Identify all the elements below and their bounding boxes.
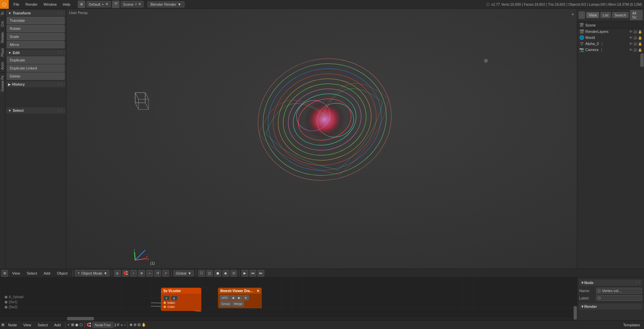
- menu-view-node[interactable]: Node: [5, 322, 19, 328]
- eye-icon-world[interactable]: 👁: [629, 36, 633, 40]
- tab-relations[interactable]: Relatio: [0, 29, 5, 45]
- viewer-btn-b[interactable]: ▶: [236, 295, 242, 300]
- viewport-3d[interactable]: User Persp: [66, 9, 577, 269]
- viewer-btn-c[interactable]: ⊕: [243, 295, 249, 300]
- anim-prev-icon[interactable]: ⏮: [250, 270, 256, 277]
- menu-window[interactable]: Window: [41, 1, 59, 7]
- tab-list[interactable]: List: [600, 12, 611, 18]
- outliner-item-world[interactable]: 🌐 World 👁 🎥 🔒: [577, 35, 644, 41]
- tab-create[interactable]: Cre: [0, 18, 5, 29]
- node-props-header[interactable]: ▼ Node ⋮⋮: [579, 280, 642, 286]
- nodetree-plus-icon[interactable]: +: [120, 323, 122, 327]
- eye-icon[interactable]: 👁: [629, 30, 633, 34]
- scene-selector[interactable]: Scene + ✕: [121, 1, 144, 7]
- tab-physics[interactable]: Physi: [0, 45, 5, 59]
- node-card-vlcolor[interactable]: Sv VLcolor v p Index: Color:: [161, 288, 201, 311]
- lock-icon-world[interactable]: 🔒: [638, 36, 642, 40]
- node-pan-icon[interactable]: ✋: [142, 323, 146, 327]
- btn-translate[interactable]: Translate: [7, 17, 65, 24]
- btn-duplicate[interactable]: Duplicate: [7, 56, 65, 64]
- viewer-btn-upd[interactable]: UPD: [220, 295, 229, 300]
- menu-select-node[interactable]: View: [20, 322, 34, 328]
- node-snap-icon[interactable]: 🧲: [87, 323, 91, 327]
- rotate-icon-tb[interactable]: ↺: [154, 270, 161, 277]
- node-zoom-fit-icon[interactable]: ⊟: [138, 323, 141, 327]
- menu-help[interactable]: Help: [60, 1, 73, 7]
- tab-tools[interactable]: To: [0, 9, 5, 18]
- menu-file[interactable]: File: [11, 1, 22, 7]
- node-zoom-in-icon[interactable]: ⊕: [129, 323, 132, 327]
- outliner-scrollbar[interactable]: [640, 53, 644, 59]
- nodetree-selector[interactable]: NodeTree: [92, 322, 113, 328]
- mode-selector[interactable]: ⚬ Object Mode ▼: [75, 270, 110, 276]
- render-props-header[interactable]: ▼ Render: [579, 303, 642, 310]
- pivot-icon[interactable]: ◎: [114, 270, 121, 277]
- solid-icon[interactable]: ◼: [214, 270, 221, 277]
- node-mat-icon[interactable]: ◉: [75, 323, 78, 327]
- lock-icon-alpha[interactable]: 🔒: [638, 42, 642, 46]
- node-card-bmesh-viewer[interactable]: Bmesh Viewer Dra... ✕ UPD ◀ ▶ ⊕ Group Me…: [218, 288, 262, 308]
- nodetree-f-icon[interactable]: F: [117, 323, 120, 327]
- menu-add-3d[interactable]: Add: [41, 270, 53, 276]
- btn-duplicate-linked[interactable]: Duplicate Linked: [7, 64, 65, 72]
- camera-icon-cam[interactable]: 🎥: [633, 48, 637, 52]
- menu-view-3d[interactable]: View: [9, 270, 23, 276]
- transform-header[interactable]: ▼ Transform ⋮⋮: [6, 10, 65, 16]
- node-view-icon[interactable]: ⊞: [71, 323, 74, 327]
- eye-icon-alpha[interactable]: 👁: [629, 42, 633, 46]
- global-selector[interactable]: Global ▼: [173, 270, 194, 276]
- viewport-expand-icon[interactable]: +: [571, 11, 574, 17]
- tab-search-outliner[interactable]: Search: [612, 12, 629, 18]
- lock-icon[interactable]: 🔒: [638, 30, 642, 34]
- viewer-btn-group[interactable]: Group: [220, 301, 231, 307]
- material-icon[interactable]: ◉: [222, 270, 229, 277]
- outliner-icon-btn[interactable]: ⋮: [579, 11, 585, 19]
- viewer-btn-merge[interactable]: Merge: [232, 301, 244, 307]
- node-p-btn[interactable]: p: [171, 296, 177, 300]
- node-editor-canvas[interactable]: A_Upload {Sw1} {Sw2} Sv VLcolor v p: [0, 278, 577, 320]
- outliner-item-alpha[interactable]: ▽ Alpha_0 | 👁 🎥 🔒: [577, 41, 644, 47]
- scene-icon[interactable]: 🎬: [112, 1, 119, 8]
- viewport-type-icon[interactable]: ⊞: [1, 270, 8, 277]
- node-list-item-sw2[interactable]: {Sw2}: [3, 304, 25, 310]
- tab-anim[interactable]: Anim: [0, 59, 5, 73]
- edit-header[interactable]: ▼ Edit ⋮⋮: [6, 50, 65, 56]
- tab-allsc[interactable]: All Sc: [630, 10, 643, 20]
- props-name-value[interactable]: ⬡ Vertex col...: [596, 288, 642, 294]
- menu-templates[interactable]: Templates: [621, 322, 643, 328]
- render-display-icon[interactable]: ☐: [198, 270, 205, 277]
- menu-node[interactable]: Add: [52, 322, 64, 328]
- node-zoom-out-icon[interactable]: ⊖: [133, 323, 137, 327]
- outliner-item-camera[interactable]: 📷 Camera | 👁 🎥 🔒: [577, 47, 644, 53]
- node-scrollbar-v[interactable]: [573, 306, 577, 320]
- manipulator-icon[interactable]: ⊕: [138, 270, 145, 277]
- history-header[interactable]: ▶ History ⋮⋮: [6, 81, 65, 87]
- snap-icon[interactable]: 🧲: [122, 270, 129, 277]
- node-type-icon[interactable]: ⊞: [1, 323, 4, 327]
- wireframe-icon[interactable]: ◫: [206, 270, 213, 277]
- btn-rotate[interactable]: Rotate: [7, 25, 65, 32]
- camera-render-icon[interactable]: 🎥: [633, 30, 637, 34]
- menu-select-3d[interactable]: Select: [24, 270, 40, 276]
- node-use-nodes-icon[interactable]: ✓: [67, 323, 70, 327]
- node-editor-scrollbar-h[interactable]: [0, 316, 577, 320]
- node-list-item-aupload[interactable]: A_Upload: [3, 294, 25, 299]
- menu-add-node[interactable]: Select: [35, 322, 51, 328]
- anim-next-icon[interactable]: ⏭: [258, 270, 264, 277]
- render-engine-selector[interactable]: Blender Render ▼: [148, 1, 184, 7]
- nodetree-number-icon[interactable]: 2: [114, 323, 116, 327]
- node-v-btn[interactable]: v: [163, 296, 170, 300]
- proportional-icon[interactable]: ○: [130, 270, 137, 277]
- eye-icon-camera[interactable]: 👁: [629, 48, 633, 52]
- anim-icon[interactable]: ▶: [241, 270, 248, 277]
- node-list-item-sw1[interactable]: {Sw1}: [3, 299, 25, 304]
- btn-delete[interactable]: Delete: [7, 73, 65, 80]
- camera-icon-world[interactable]: 🎥: [633, 36, 637, 40]
- rendered-icon[interactable]: ⊡: [230, 270, 237, 277]
- select-header[interactable]: ▼ Select ⋮⋮: [6, 107, 65, 113]
- workspace-selector[interactable]: Default + ✕: [87, 1, 111, 7]
- btn-mirror[interactable]: Mirror: [7, 41, 65, 48]
- camera-icon-alpha[interactable]: 🎥: [633, 42, 637, 46]
- nodetree-minus-icon[interactable]: −: [124, 323, 126, 327]
- props-label-value[interactable]: ⬡: [596, 295, 642, 301]
